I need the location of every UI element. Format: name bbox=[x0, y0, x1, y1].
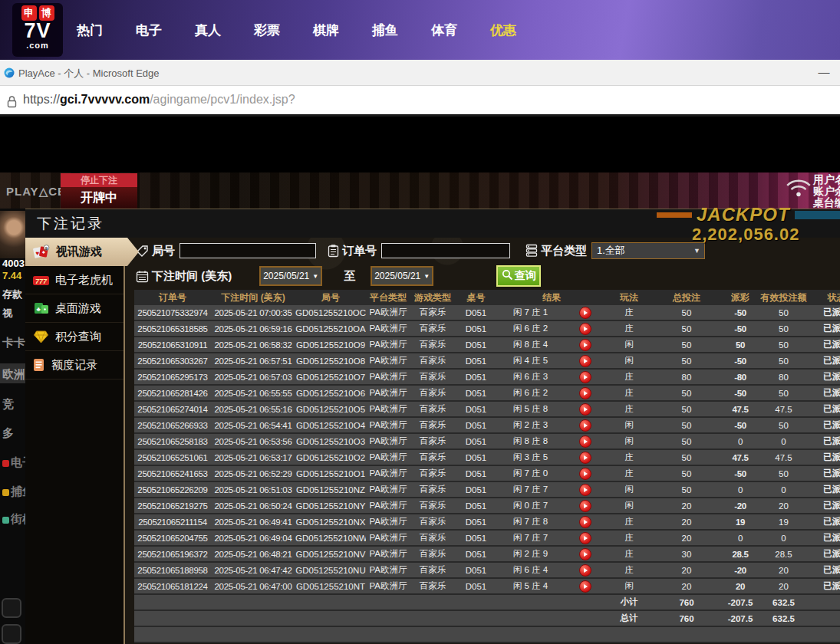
replay-icon[interactable] bbox=[579, 516, 591, 528]
cell: 闲 5 庄 4 bbox=[497, 578, 564, 594]
cell: 20 bbox=[652, 514, 721, 530]
replay-icon[interactable] bbox=[579, 371, 591, 383]
cell: 百家乐 bbox=[410, 417, 455, 433]
replay-cell bbox=[564, 320, 606, 337]
cell: D051 bbox=[455, 449, 497, 465]
payout-cell: 0 bbox=[721, 433, 759, 449]
subtotal-row: 小计760-207.5632.5 bbox=[134, 594, 840, 610]
nav-item-2[interactable]: 电子 bbox=[136, 21, 162, 39]
replay-icon[interactable] bbox=[579, 387, 591, 399]
site-logo[interactable]: 申 博 7V .com bbox=[12, 3, 63, 57]
replay-cell bbox=[564, 562, 606, 578]
minimize-button[interactable]: — bbox=[814, 63, 834, 83]
logo-badge-right: 博 bbox=[39, 5, 54, 21]
empty-cell bbox=[134, 594, 606, 610]
replay-icon[interactable] bbox=[579, 419, 591, 432]
cell: GD051255210OA bbox=[295, 320, 366, 337]
user-info-label: 账户余 bbox=[813, 186, 840, 197]
cell: 20 bbox=[759, 498, 808, 514]
cell: 闲 7 庄 7 bbox=[497, 530, 564, 546]
sidebar-item-slots[interactable]: 777电子老虎机 bbox=[25, 266, 124, 294]
app-icon bbox=[2, 624, 21, 644]
background-menu-fragment: 卡卡 bbox=[2, 336, 25, 350]
cell: 闲 7 庄 8 bbox=[497, 514, 564, 530]
replay-icon[interactable] bbox=[579, 484, 591, 496]
replay-icon[interactable] bbox=[579, 580, 591, 593]
cell: D051 bbox=[455, 514, 497, 530]
table-row: 2505210652740142025-05-21 06:55:16GD0512… bbox=[134, 401, 840, 417]
replay-cell bbox=[564, 337, 606, 353]
order-input[interactable] bbox=[381, 243, 510, 258]
replay-cell bbox=[564, 433, 606, 449]
sidebar-item-cards[interactable]: ♥♠9视讯游戏 bbox=[25, 238, 139, 266]
column-header: 下注时间 (美东) bbox=[211, 290, 295, 305]
cards-icon: ♥♠9 bbox=[33, 245, 50, 259]
cell: 0 bbox=[759, 481, 808, 498]
replay-icon[interactable] bbox=[579, 435, 591, 448]
cell: 50 bbox=[652, 417, 721, 433]
platform-select[interactable]: 1.全部 ▼ bbox=[591, 242, 705, 259]
total-row-value: 总计 bbox=[606, 610, 652, 626]
empty-cell bbox=[134, 626, 840, 642]
cell: 闲 7 庄 0 bbox=[497, 465, 564, 481]
search-button-label: 查询 bbox=[515, 269, 536, 283]
date-from-picker[interactable]: 2025/05/21 ▼ bbox=[259, 266, 322, 286]
cell: 闲 bbox=[606, 498, 652, 514]
nav-item-4[interactable]: 彩票 bbox=[254, 21, 280, 39]
cell: 百家乐 bbox=[410, 385, 455, 401]
nav-item-1[interactable]: 热门 bbox=[77, 21, 103, 39]
cell: PA欧洲厅 bbox=[366, 514, 410, 530]
nav-item-3[interactable]: 真人 bbox=[195, 21, 221, 39]
cell: 闲 5 庄 8 bbox=[497, 401, 564, 417]
cell: D051 bbox=[455, 417, 497, 433]
bet-records-table: 订单号下注时间 (美东)局号平台类型游戏类型桌号结果玩法总投注派彩有效投注额状态… bbox=[134, 290, 840, 643]
replay-icon[interactable] bbox=[579, 532, 591, 544]
platform-icon bbox=[525, 244, 538, 258]
nav-item-5[interactable]: 棋牌 bbox=[313, 21, 339, 39]
sidebar-item-table-games[interactable]: ♣桌面游戏 bbox=[25, 294, 124, 323]
cell: 闲 bbox=[606, 337, 652, 353]
replay-icon[interactable] bbox=[579, 403, 591, 416]
replay-icon[interactable] bbox=[579, 355, 591, 367]
replay-icon[interactable] bbox=[579, 564, 591, 577]
cell: D051 bbox=[455, 465, 497, 481]
replay-icon[interactable] bbox=[579, 548, 591, 560]
table-row: 2505210652669332025-05-21 06:54:41GD0512… bbox=[134, 417, 840, 433]
bet-time-label: 下注时间 (美东) bbox=[152, 269, 232, 284]
cell: 47.5 bbox=[759, 449, 808, 465]
column-header: 有效投注额 bbox=[759, 290, 808, 305]
sidebar-item-records[interactable]: 额度记录 bbox=[25, 351, 124, 380]
nav-item-7[interactable]: 体育 bbox=[431, 21, 457, 39]
replay-icon[interactable] bbox=[579, 452, 591, 464]
cell: 闲 7 庄 1 bbox=[497, 305, 564, 320]
replay-cell bbox=[564, 385, 606, 401]
status-cell: 已派彩 bbox=[808, 417, 840, 433]
cell: 百家乐 bbox=[410, 562, 455, 578]
replay-icon[interactable] bbox=[579, 323, 591, 335]
replay-icon[interactable] bbox=[579, 339, 591, 351]
replay-icon[interactable] bbox=[579, 307, 591, 319]
replay-icon[interactable] bbox=[579, 468, 591, 480]
jackpot-display: JACKPOT 2,202,056.02 bbox=[657, 204, 840, 245]
order-no-cell: 250521065258183 bbox=[134, 433, 211, 449]
browser-urlbar[interactable]: https://gci.7vvvvv.com/agingame/pcv1/ind… bbox=[0, 86, 840, 117]
cell: 0 bbox=[759, 433, 808, 449]
cell: 庄 bbox=[606, 369, 652, 385]
table-row: 2505210653185852025-05-21 06:59:16GD0512… bbox=[134, 320, 840, 337]
cell: PA欧洲厅 bbox=[366, 562, 410, 578]
nav-item-8[interactable]: 优惠 bbox=[490, 21, 516, 39]
cell: 50 bbox=[652, 385, 721, 401]
cell: 闲 bbox=[606, 433, 652, 449]
nav-item-6[interactable]: 捕鱼 bbox=[372, 21, 398, 39]
date-to-picker[interactable]: 2025/05/21 ▼ bbox=[371, 266, 433, 286]
subtotal-row-value: 632.5 bbox=[759, 594, 808, 610]
table-row: 2505210652111542025-05-21 06:49:41GD0512… bbox=[134, 514, 840, 530]
round-input[interactable] bbox=[180, 243, 316, 258]
search-button[interactable]: 查询 bbox=[496, 265, 541, 287]
payout-cell: -20 bbox=[721, 562, 759, 578]
wifi-icon bbox=[784, 176, 813, 201]
replay-cell bbox=[564, 353, 606, 369]
sidebar-item-points[interactable]: 积分查询 bbox=[25, 323, 124, 351]
replay-icon[interactable] bbox=[579, 500, 591, 512]
cell: GD051255210O5 bbox=[295, 401, 366, 417]
